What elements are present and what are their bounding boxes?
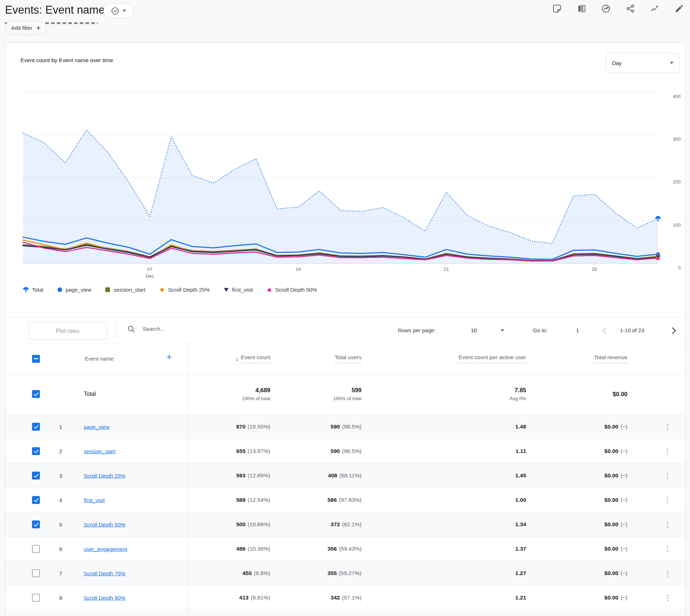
- event-count-cell: 486(10.36%): [187, 537, 270, 561]
- event-name-link[interactable]: first_visit: [84, 497, 105, 503]
- add-filter-button[interactable]: Add filter +: [5, 21, 47, 35]
- triangle-down-marker-icon: [224, 287, 229, 292]
- event-name-link[interactable]: Scroll Depth 25%: [84, 473, 125, 479]
- row-menu-icon[interactable]: ⋮: [664, 520, 671, 529]
- revenue-cell: $0.00(−): [537, 537, 627, 561]
- rows-per-page-value[interactable]: 10: [471, 327, 477, 333]
- table-row: 7 Scroll Depth 75% 450(9.6%) 355(59.27%)…: [5, 561, 685, 585]
- event-count-cell: 870(18.55%): [187, 414, 270, 439]
- total-users-cell: 586(97.83%): [279, 488, 362, 512]
- row-checkbox[interactable]: [32, 496, 40, 504]
- triangle-up-marker-icon: [267, 287, 272, 292]
- plot-rows-button[interactable]: Plot rows: [28, 323, 107, 339]
- event-name-link[interactable]: session_start: [84, 448, 115, 454]
- total-users: 599 100% of total: [279, 374, 362, 414]
- pagination-range: 1-10 of 23: [620, 327, 644, 333]
- x-axis-tick: 21: [444, 266, 449, 273]
- trend-sparkle-icon[interactable]: [650, 4, 660, 14]
- revenue-cell: $0.00(−): [537, 488, 627, 512]
- row-checkbox[interactable]: [32, 423, 40, 431]
- table-row: 4 first_visit 588(12.54%) 586(97.83%) 1.…: [5, 487, 685, 512]
- row-checkbox[interactable]: [32, 569, 40, 577]
- table-row: 5 Scroll Depth 50% 500(10.66%) 372(62.1%…: [5, 512, 685, 537]
- check-circle-icon: [111, 7, 119, 15]
- row-menu-icon[interactable]: ⋮: [664, 569, 671, 578]
- row-checkbox[interactable]: [32, 545, 40, 553]
- legend-item-page-view[interactable]: page_view: [57, 287, 92, 293]
- row-menu-icon[interactable]: ⋮: [664, 472, 671, 480]
- chart-title: Event count by Event name over time: [20, 57, 113, 64]
- event-count-cell: 655(13.97%): [187, 439, 270, 463]
- x-axis-tick: 14: [296, 266, 301, 273]
- row-menu-icon[interactable]: ⋮: [664, 496, 671, 504]
- revenue-cell: $0.00(−): [537, 439, 627, 463]
- legend-item-total[interactable]: Total: [23, 287, 43, 293]
- event-name-link[interactable]: Scroll Depth 50%: [84, 522, 125, 528]
- row-menu-icon[interactable]: ⋮: [664, 594, 671, 602]
- legend-item-scroll-50[interactable]: Scroll Depth 50%: [267, 287, 317, 293]
- table-row: 8 Scroll Depth 90% 413(8.81%) 342(57.1%)…: [5, 585, 685, 610]
- row-checkbox[interactable]: [32, 520, 40, 528]
- legend-item-scroll-25[interactable]: Scroll Depth 25%: [159, 287, 210, 293]
- row-menu-icon[interactable]: ⋮: [664, 447, 671, 455]
- y-axis-tick: 400: [659, 94, 681, 99]
- total-users-cell: 408(68.11%): [279, 463, 362, 488]
- per-user-cell: 1.45: [437, 463, 526, 488]
- granularity-select[interactable]: Day: [606, 53, 680, 73]
- column-header-event-count-per-user[interactable]: Event count per active user: [437, 343, 526, 374]
- rows-per-page-label: Rows per page:: [398, 327, 436, 333]
- caret-down-icon[interactable]: [501, 329, 504, 332]
- column-header-total-revenue[interactable]: Total revenue: [537, 343, 627, 374]
- row-menu-icon[interactable]: ⋮: [664, 423, 671, 431]
- row-menu-icon[interactable]: ⋮: [664, 545, 671, 553]
- compare-icon[interactable]: [576, 4, 586, 14]
- timeseries-chart[interactable]: [23, 92, 658, 264]
- row-rank: 5: [56, 522, 66, 528]
- event-count-cell: 500(10.66%): [187, 512, 270, 537]
- circle-marker-icon: [57, 287, 63, 292]
- event-count-cell: 593(12.65%): [187, 463, 270, 488]
- row-checkbox[interactable]: [32, 594, 40, 602]
- insights-icon[interactable]: [601, 4, 611, 14]
- event-name-link[interactable]: Scroll Depth 90%: [84, 595, 125, 601]
- square-marker-icon: [105, 287, 110, 292]
- share-icon[interactable]: [625, 4, 635, 14]
- edit-icon[interactable]: [674, 4, 684, 14]
- total-event-count: 4,689 100% of total: [187, 374, 270, 414]
- report-validity-badge[interactable]: [104, 3, 134, 18]
- column-header-total-users[interactable]: Total users: [279, 343, 362, 374]
- table-row-partial: [5, 610, 685, 616]
- diamond-marker-icon: [159, 287, 165, 293]
- total-users-cell: 342(57.1%): [279, 585, 362, 610]
- table-controls: Plot rows Rows per page: 10 Go to: 1 1-1…: [5, 317, 685, 344]
- total-label: Total: [84, 391, 96, 397]
- next-page-icon[interactable]: [669, 327, 676, 334]
- event-name-link[interactable]: user_engagement: [84, 546, 127, 552]
- y-axis-tick: 200: [659, 179, 681, 185]
- caret-down-icon: [123, 10, 126, 12]
- legend-item-first-visit[interactable]: first_visit: [224, 287, 253, 293]
- event-count-cell: 450(9.6%): [187, 561, 270, 585]
- select-all-checkbox[interactable]: [32, 355, 40, 363]
- add-dimension-button[interactable]: +: [166, 351, 172, 362]
- note-icon[interactable]: [552, 4, 562, 14]
- column-header-event-name[interactable]: Event name: [85, 356, 114, 362]
- total-checkbox[interactable]: [32, 390, 40, 398]
- event-name-link[interactable]: Scroll Depth 75%: [84, 570, 125, 576]
- total-users-cell: 590(98.5%): [279, 414, 362, 439]
- revenue-cell: $0.00(−): [537, 414, 627, 439]
- go-to-value[interactable]: 1: [576, 327, 579, 333]
- prev-page-icon[interactable]: [602, 327, 609, 334]
- row-checkbox[interactable]: [32, 472, 40, 480]
- event-count-cell: 413(8.81%): [187, 585, 270, 610]
- legend-item-session-start[interactable]: session_start: [105, 287, 145, 293]
- search-input[interactable]: [142, 325, 222, 333]
- column-header-event-count[interactable]: ↓ Event count: [187, 343, 270, 374]
- per-user-cell: 1.34: [437, 512, 526, 537]
- granularity-value: Day: [612, 60, 622, 66]
- per-user-cell: 1.21: [437, 585, 526, 610]
- revenue-cell: $0.00(−): [537, 561, 627, 585]
- event-name-link[interactable]: page_view: [84, 424, 110, 430]
- row-checkbox[interactable]: [32, 447, 40, 455]
- revenue-cell: $0.00(−): [537, 512, 627, 537]
